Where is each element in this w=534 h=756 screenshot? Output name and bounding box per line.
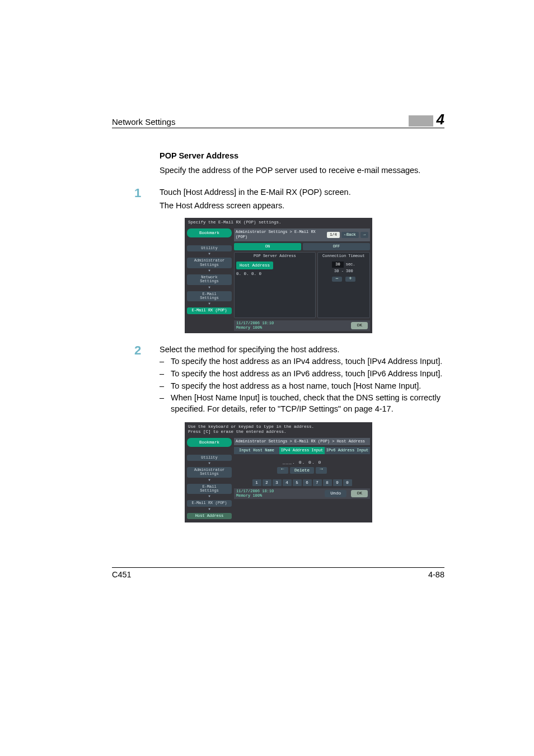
undo-button[interactable]: Undo: [325, 490, 346, 497]
footer-page: 4-88: [428, 570, 444, 579]
ip-display: ___. 0. 0. 0: [234, 460, 370, 466]
key-8[interactable]: 8: [323, 479, 332, 486]
host-address-button[interactable]: Host Address: [236, 262, 273, 269]
topic-title: POP Server Address: [160, 151, 444, 162]
side-admin-settings[interactable]: Administrator Settings: [187, 258, 232, 268]
bookmark-button[interactable]: Bookmark: [187, 228, 232, 237]
pop-server-address-label: POP Server Address: [236, 254, 313, 259]
chapter-badge: 4: [409, 112, 444, 127]
key-9[interactable]: 9: [333, 479, 342, 486]
tab-ipv6-input[interactable]: IPv6 Address Input: [325, 447, 370, 454]
side-host-address[interactable]: Host Address: [187, 513, 232, 519]
step-number-1: 1: [134, 187, 160, 211]
chapter-bar: [409, 115, 433, 127]
side-email-rx-pop[interactable]: E-Mail RX (POP): [187, 500, 232, 506]
panel-email-rx-pop: Specify the E-Mail RX (POP) settings. Bo…: [185, 218, 372, 333]
breadcrumb: Administrator Settings > E-Mail RX (POP)…: [236, 439, 368, 444]
numeric-keypad: 1 2 3 4 5 6 7 8 9 0: [234, 479, 370, 486]
side-utility[interactable]: Utility: [187, 455, 232, 461]
key-3[interactable]: 3: [273, 479, 282, 486]
chevron-down-icon: ▼: [187, 302, 232, 306]
side-email-settings[interactable]: E-Mail Settings: [187, 291, 232, 302]
panel2-instruction: Use the keyboard or keypad to type in th…: [185, 422, 372, 437]
cursor-right-button[interactable]: →: [316, 467, 327, 474]
step-number-2: 2: [134, 344, 160, 416]
host-address-value: 0. 0. 0. 0: [236, 271, 313, 277]
tab-ipv4-input[interactable]: IPv4 Address Input: [279, 447, 325, 454]
chevron-down-icon: ▼: [187, 269, 232, 273]
side-email-settings[interactable]: E-Mail Settings: [187, 484, 232, 494]
delete-button[interactable]: Delete: [290, 467, 314, 474]
key-5[interactable]: 5: [293, 479, 302, 486]
key-0[interactable]: 0: [343, 479, 352, 486]
page-header: Network Settings 4: [112, 112, 444, 128]
chevron-down-icon: ▼: [187, 286, 232, 290]
key-7[interactable]: 7: [313, 479, 322, 486]
page-footer: C451 4-88: [112, 567, 444, 579]
footer-model: C451: [112, 570, 132, 579]
step2-bullet: To specify the host address as an IPv4 a…: [171, 356, 444, 367]
step1-subtext: The Host Address screen appears.: [160, 200, 444, 212]
breadcrumb: Administrator Settings > E-Mail RX (POP): [236, 230, 325, 240]
back-button[interactable]: ←Back: [341, 232, 359, 238]
chevron-down-icon: ▼: [187, 495, 232, 498]
chevron-down-icon: ▼: [187, 253, 232, 256]
minus-button[interactable]: −: [332, 277, 342, 282]
plus-button[interactable]: +: [345, 277, 355, 282]
timeout-unit: sec.: [346, 262, 355, 267]
chevron-down-icon: ▼: [187, 462, 232, 465]
panel-host-address: Use the keyboard or keypad to type in th…: [185, 422, 372, 522]
section-title: Network Settings: [112, 117, 175, 127]
step2-bullet: When [Host Name Input] is touched, check…: [171, 393, 444, 414]
bookmark-button[interactable]: Bookmark: [187, 438, 232, 447]
key-6[interactable]: 6: [303, 479, 312, 486]
side-admin-settings[interactable]: Administrator Settings: [187, 467, 232, 478]
chevron-down-icon: ▼: [187, 479, 232, 482]
step2-text: Select the method for specifying the hos…: [160, 344, 444, 356]
key-4[interactable]: 4: [283, 479, 292, 486]
chevron-down-icon: ▼: [187, 508, 232, 511]
tab-input-host-name[interactable]: Input Host Name: [234, 447, 279, 454]
topic-desc: Specify the address of the POP server us…: [160, 165, 444, 176]
side-network-settings[interactable]: Network Settings: [187, 274, 232, 285]
cursor-left-button[interactable]: ←: [277, 467, 288, 474]
page-indicator: 1/4: [327, 232, 340, 238]
timestamp: 11/17/2006 18:10 Memory 100%: [236, 321, 274, 330]
key-2[interactable]: 2: [263, 479, 271, 486]
side-email-rx-pop[interactable]: E-Mail RX (POP): [187, 307, 232, 314]
timeout-range: 30 - 300: [320, 269, 368, 274]
side-utility[interactable]: Utility: [187, 245, 232, 251]
ok-button[interactable]: OK: [351, 322, 368, 329]
on-button[interactable]: ON: [234, 243, 301, 250]
connection-timeout-label: Connection Timeout: [320, 254, 368, 259]
step2-bullet: To specify the host address as an IPv6 a…: [171, 368, 444, 380]
step1-text: Touch [Host Address] in the E-Mail RX (P…: [160, 187, 444, 198]
ok-button[interactable]: OK: [351, 490, 368, 497]
forward-button[interactable]: →: [360, 232, 368, 238]
panel1-instruction: Specify the E-Mail RX (POP) settings.: [185, 218, 372, 228]
chapter-number: 4: [437, 112, 444, 127]
timeout-value: 30: [332, 262, 343, 268]
off-button[interactable]: OFF: [303, 243, 370, 250]
timestamp: 11/17/2006 18:10 Memory 100%: [236, 489, 274, 498]
key-1[interactable]: 1: [252, 479, 261, 486]
step2-bullet: To specify the host address as a host na…: [171, 381, 444, 392]
